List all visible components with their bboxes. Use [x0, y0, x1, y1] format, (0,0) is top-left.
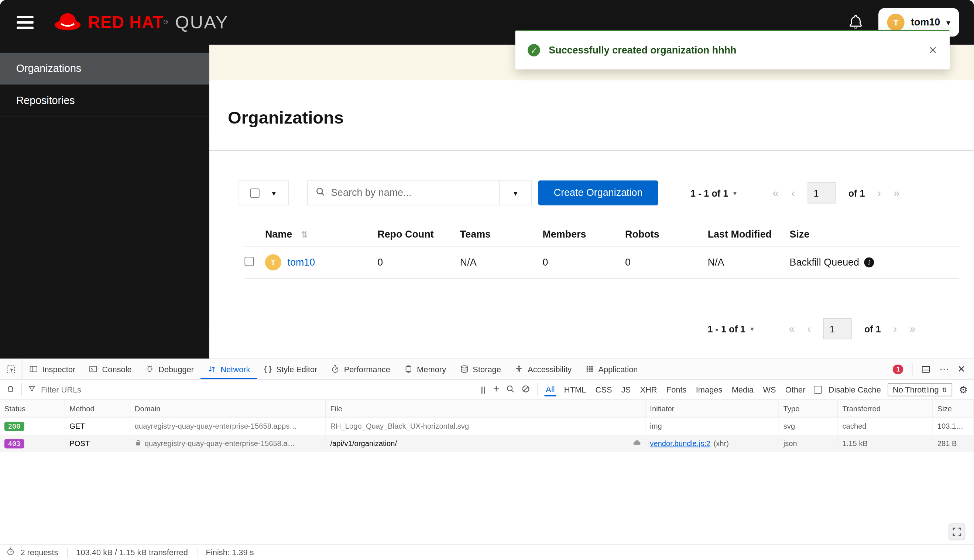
sidebar-item-repositories[interactable]: Repositories	[0, 85, 209, 117]
bulk-select-dropdown[interactable]: ▾	[238, 180, 289, 205]
chevron-down-icon[interactable]: ▾	[272, 188, 276, 197]
size-cell: 281 B	[933, 435, 974, 452]
table-row: T tom10 0 N/A 0 0 N/A Backfill Queued i	[244, 246, 959, 278]
prev-page-button[interactable]: ‹	[807, 323, 811, 334]
hamburger-menu-icon[interactable]	[17, 16, 33, 29]
column-header-robots: Robots	[625, 229, 708, 240]
page-number-input[interactable]	[807, 182, 836, 203]
transferred-cell: cached	[838, 418, 933, 435]
repo-count-cell: 0	[378, 257, 460, 268]
page-number-input[interactable]	[824, 318, 852, 339]
filter-urls-input[interactable]	[41, 385, 134, 394]
bulk-select-checkbox[interactable]	[250, 188, 259, 197]
page-title: Organizations	[228, 108, 974, 128]
select-arrows-icon: ⇅	[942, 386, 947, 393]
sidebar-item-organizations[interactable]: Organizations	[0, 53, 209, 85]
next-page-button[interactable]: ›	[877, 187, 881, 198]
redhat-fedora-icon	[53, 11, 82, 33]
filter-chip-js[interactable]: JS	[620, 384, 632, 395]
tab-network[interactable]: Network	[201, 359, 257, 379]
net-column-file[interactable]: File	[326, 400, 646, 417]
toast-close-icon[interactable]: ✕	[929, 44, 937, 57]
tab-performance[interactable]: Performance	[324, 359, 397, 379]
block-requests-icon[interactable]	[522, 384, 531, 395]
method-cell: POST	[65, 435, 131, 452]
throttling-select[interactable]: No Throttling ⇅	[887, 383, 952, 396]
prev-page-button[interactable]: ‹	[791, 187, 795, 198]
create-organization-button[interactable]: Create Organization	[538, 180, 658, 205]
user-name: tom10	[911, 17, 940, 28]
net-column-type[interactable]: Type	[779, 400, 838, 417]
page-of-label: of 1	[849, 188, 865, 198]
element-picker-icon[interactable]	[0, 359, 23, 379]
search-input[interactable]	[331, 187, 491, 198]
net-column-size[interactable]: Size	[933, 400, 974, 417]
last-modified-cell: N/A	[708, 257, 790, 268]
info-icon[interactable]: i	[864, 257, 874, 267]
row-checkbox[interactable]	[244, 257, 254, 266]
column-header-name[interactable]: Name ⇅	[265, 229, 378, 240]
inspector-icon	[29, 365, 38, 374]
tab-inspector[interactable]: Inspector	[23, 359, 82, 379]
filter-chip-css[interactable]: CSS	[594, 384, 613, 395]
chevron-down-icon: ▾	[733, 189, 737, 197]
disable-cache-label: Disable Cache	[829, 385, 881, 394]
last-page-button[interactable]: »	[894, 187, 900, 198]
request-row[interactable]: 200 GET quayregistry-quay-quay-enterpris…	[0, 418, 974, 435]
first-page-button[interactable]: «	[773, 187, 779, 198]
net-column-initiator[interactable]: Initiator	[646, 400, 779, 417]
divider	[196, 547, 197, 557]
success-check-icon: ✓	[528, 44, 540, 57]
tab-style-editor[interactable]: { } Style Editor	[257, 359, 324, 379]
meatball-menu-icon[interactable]: ⋯	[940, 363, 949, 375]
close-devtools-icon[interactable]: ✕	[957, 363, 965, 375]
filter-chip-ws[interactable]: WS	[762, 384, 777, 395]
memory-icon	[404, 365, 413, 374]
org-name-link[interactable]: tom10	[287, 257, 315, 268]
notification-bell-icon[interactable]	[850, 14, 862, 31]
filter-chip-fonts[interactable]: Fonts	[665, 384, 687, 395]
tab-console[interactable]: Console	[82, 359, 139, 379]
first-page-button[interactable]: «	[789, 323, 795, 334]
tab-storage[interactable]: Storage	[453, 359, 508, 379]
next-page-button[interactable]: ›	[893, 323, 897, 334]
corner-overlay-button[interactable]	[949, 523, 965, 540]
net-column-status[interactable]: Status	[0, 400, 65, 417]
net-column-method[interactable]: Method	[65, 400, 131, 417]
filter-chip-xhr[interactable]: XHR	[639, 384, 658, 395]
search-filter-dropdown[interactable]: ▾	[500, 180, 532, 205]
filter-chip-media[interactable]: Media	[730, 384, 755, 395]
error-count-badge[interactable]: 1	[893, 365, 904, 374]
pagination-nav-top: « ‹ of 1 › »	[773, 182, 900, 203]
network-settings-gear-icon[interactable]: ⚙	[959, 384, 968, 395]
add-icon[interactable]: +	[493, 383, 500, 396]
split-console-icon[interactable]	[922, 365, 931, 374]
cloud-icon	[633, 439, 642, 448]
pagination-summary-top[interactable]: 1 - 1 of 1 ▾	[690, 188, 737, 198]
sort-icon[interactable]: ⇅	[301, 230, 308, 239]
filter-chip-images[interactable]: Images	[695, 384, 723, 395]
last-page-button[interactable]: »	[909, 323, 916, 334]
net-column-transferred[interactable]: Transferred	[838, 400, 933, 417]
tab-accessibility[interactable]: Accessibility	[508, 359, 578, 379]
net-column-domain[interactable]: Domain	[130, 400, 326, 417]
divider	[912, 363, 913, 375]
disable-cache-checkbox[interactable]	[814, 385, 822, 393]
filter-chip-other[interactable]: Other	[784, 384, 807, 395]
request-row[interactable]: 403 POST quayregistry-quay-quay-enterpri…	[0, 435, 974, 452]
tab-memory[interactable]: Memory	[397, 359, 453, 379]
filter-chip-html[interactable]: HTML	[563, 384, 587, 395]
tab-application[interactable]: Application	[578, 359, 645, 379]
search-requests-icon[interactable]	[506, 384, 515, 395]
tab-debugger[interactable]: Debugger	[139, 359, 200, 379]
clear-requests-icon[interactable]	[6, 384, 15, 395]
type-cell: svg	[779, 418, 838, 435]
pagination-summary-bottom[interactable]: 1 - 1 of 1 ▾	[708, 323, 754, 334]
initiator-suffix: (xhr)	[713, 439, 728, 448]
domain-cell: quayregistry-quay-quay-enterprise-15658.…	[130, 418, 326, 435]
column-header-repo-count: Repo Count	[378, 229, 460, 240]
pause-icon[interactable]: ||	[481, 385, 486, 394]
filter-chip-all[interactable]: All	[545, 383, 556, 396]
status-badge: 403	[5, 439, 24, 448]
initiator-link[interactable]: vendor.bundle.js:2	[650, 439, 710, 448]
